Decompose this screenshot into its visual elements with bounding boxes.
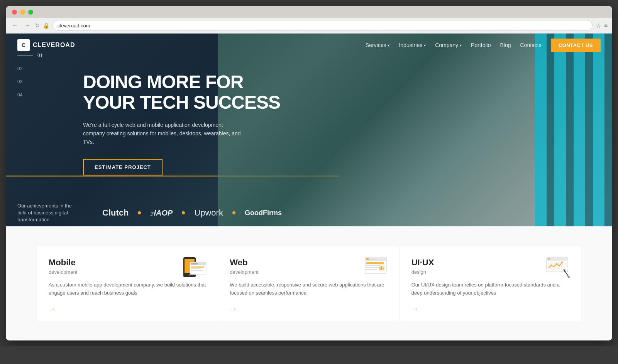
nav-industries[interactable]: Industries ▾: [399, 42, 426, 48]
menu-icon[interactable]: ≡: [604, 22, 608, 29]
hero-section: C CLEVEROAD Services ▾ Industries ▾ Comp…: [6, 34, 612, 226]
svg-point-27: [561, 261, 563, 263]
logo-text: CLEVEROAD: [33, 42, 75, 49]
svg-rect-18: [379, 268, 381, 270]
svg-point-26: [556, 263, 557, 265]
partner-clutch: Clutch: [102, 208, 129, 217]
logo-link[interactable]: C CLEVEROAD: [17, 39, 75, 51]
main-navigation: C CLEVEROAD Services ▾ Industries ▾ Comp…: [6, 34, 612, 57]
estimate-project-button[interactable]: ESTIMATE PROJECT: [83, 159, 163, 175]
nav-contacts[interactable]: Contacts: [520, 42, 541, 48]
svg-rect-14: [366, 265, 380, 266]
partner-iaop: 𝓘IAOP: [150, 209, 173, 217]
hero-bottom-bar: Our achievements in the field of busines…: [6, 199, 612, 226]
logo-icon: C: [17, 39, 30, 51]
svg-rect-20: [383, 267, 384, 270]
contact-us-button[interactable]: CONTACT US: [551, 39, 601, 52]
security-icon: 🔒: [43, 22, 49, 29]
address-bar[interactable]: cleveroad.com: [52, 20, 593, 31]
svg-rect-12: [369, 259, 377, 260]
svg-rect-13: [366, 262, 384, 264]
svg-rect-7: [191, 268, 201, 269]
nav-services[interactable]: Services ▾: [366, 42, 390, 48]
achievements-text: Our achievements in the field of busines…: [17, 202, 79, 224]
partner-separator-dot: [232, 211, 235, 214]
svg-rect-6: [191, 266, 205, 268]
partner-goodfirms: GoodFirms: [245, 209, 282, 217]
chevron-down-icon: ▾: [424, 43, 426, 47]
svg-point-25: [550, 265, 552, 266]
back-button[interactable]: ←: [10, 21, 20, 30]
uiux-service-arrow-icon[interactable]: →: [411, 305, 418, 313]
svg-rect-23: [548, 258, 550, 260]
nav-links-list: Services ▾ Industries ▾ Company ▾ Portfo…: [366, 39, 601, 52]
hero-title: DOING MORE FOR YOUR TECH SUCCESS: [83, 72, 284, 113]
partners-list: Clutch 𝓘IAOP Upwork GoodFirms: [102, 208, 282, 218]
web-service-icon: [363, 255, 390, 278]
nav-portfolio[interactable]: Portfolio: [471, 42, 491, 48]
maximize-window-button[interactable]: [28, 10, 33, 15]
svg-rect-30: [567, 275, 570, 278]
partner-separator-dot: [138, 211, 141, 214]
website-content: C CLEVEROAD Services ▾ Industries ▾ Comp…: [6, 34, 612, 340]
browser-titlebar: [6, 6, 612, 18]
uiux-service-icon: [545, 255, 572, 278]
browser-window: ← → ↻ 🔒 cleveroad.com ☆ ≡ C CLEVEROAD Se…: [6, 6, 612, 340]
web-service-desc: We build accessible, responsive and secu…: [230, 281, 388, 297]
chevron-down-icon: ▾: [460, 43, 462, 47]
mobile-service-arrow-icon[interactable]: →: [49, 305, 56, 313]
nav-company[interactable]: Company ▾: [435, 42, 462, 48]
forward-button[interactable]: →: [23, 21, 32, 30]
refresh-button[interactable]: ↻: [35, 22, 40, 29]
partner-upwork: Upwork: [194, 208, 223, 217]
mobile-service-icon: [181, 255, 208, 278]
mobile-service-card: Mobile development As a custom mobile ap…: [37, 246, 218, 321]
svg-rect-16: [366, 269, 377, 270]
bookmark-icon[interactable]: ☆: [596, 22, 601, 29]
hero-content: DOING MORE FOR YOUR TECH SUCCESS We're a…: [6, 57, 612, 175]
close-window-button[interactable]: [12, 10, 17, 15]
partner-separator-dot: [182, 211, 185, 214]
svg-rect-19: [381, 266, 382, 270]
url-text: cleveroad.com: [58, 23, 90, 29]
svg-rect-11: [366, 258, 369, 260]
uiux-service-card: UI·UX design Our UI/UX design team relie…: [400, 246, 581, 321]
hero-subtitle: We're a full-cycle web and mobile applic…: [83, 121, 245, 147]
svg-rect-8: [191, 270, 203, 271]
uiux-service-desc: Our UI/UX design team relies on platform…: [411, 281, 569, 297]
browser-toolbar: ← → ↻ 🔒 cleveroad.com ☆ ≡: [6, 18, 612, 34]
svg-rect-22: [547, 257, 568, 261]
mobile-service-desc: As a custom mobile app development compa…: [49, 281, 206, 297]
services-section: Mobile development As a custom mobile ap…: [6, 226, 612, 340]
web-service-card: Web development We build accessible, res…: [218, 246, 400, 321]
nav-blog[interactable]: Blog: [500, 42, 511, 48]
minimize-window-button[interactable]: [20, 10, 25, 15]
svg-rect-5: [191, 263, 198, 265]
chevron-down-icon: ▾: [388, 43, 389, 47]
svg-rect-24: [548, 262, 563, 270]
web-service-arrow-icon[interactable]: →: [230, 305, 237, 313]
